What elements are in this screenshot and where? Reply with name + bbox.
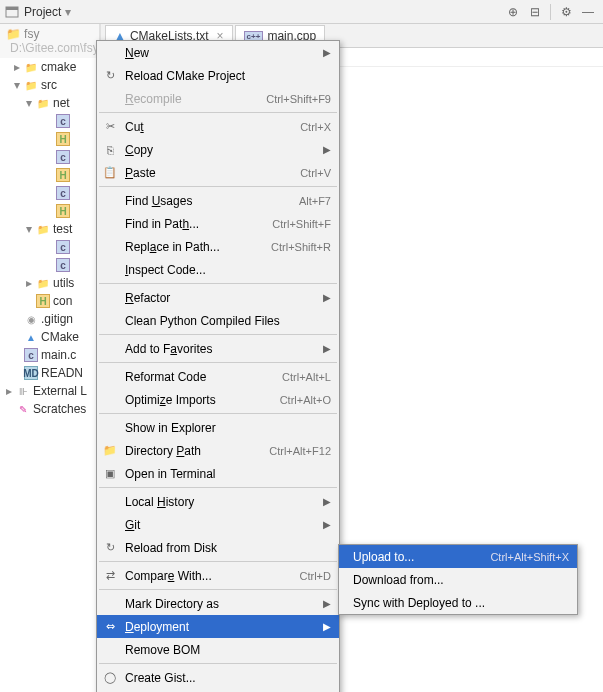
chevron-down-icon[interactable]: ▾ [24, 222, 34, 236]
folder-icon: 📁 [36, 222, 50, 236]
tree-file[interactable]: c [0, 238, 99, 256]
hide-icon[interactable]: — [577, 2, 599, 22]
deployment-submenu: Upload to...Ctrl+Alt+Shift+X Download fr… [338, 544, 578, 615]
menu-local-history[interactable]: Local History▶ [97, 490, 339, 513]
chevron-right-icon: ▶ [323, 621, 331, 632]
submenu-download[interactable]: Download from... [339, 568, 577, 591]
project-tree: 📁 fsy D:\Gitee.com\fsy ▸📁cmake ▾📁src ▾📁n… [0, 24, 100, 692]
chevron-right-icon: ▶ [323, 343, 331, 354]
tree-file[interactable]: H [0, 130, 99, 148]
tree-file[interactable]: c [0, 256, 99, 274]
chevron-down-icon[interactable]: ▾ [12, 78, 22, 92]
menu-optimize-imports[interactable]: Optimize ImportsCtrl+Alt+O [97, 388, 339, 411]
terminal-icon: ▣ [102, 467, 118, 480]
header-icon: H [56, 168, 70, 182]
chevron-down-icon[interactable]: ▾ [24, 96, 34, 110]
cpp-icon: c [56, 150, 70, 164]
menu-new[interactable]: New▶ [97, 41, 339, 64]
menu-refactor[interactable]: Refactor▶ [97, 286, 339, 309]
tree-file[interactable]: Hcon [0, 292, 99, 310]
cpp-icon: c [56, 186, 70, 200]
markdown-icon: MD [24, 366, 38, 380]
library-icon: ⊪ [16, 384, 30, 398]
deployment-icon: ⇔ [102, 620, 118, 633]
menu-find-in-path[interactable]: Find in Path...Ctrl+Shift+F [97, 212, 339, 235]
reload-icon: ↻ [102, 541, 118, 554]
menu-cut[interactable]: ✂CutCtrl+X [97, 115, 339, 138]
menu-compare[interactable]: ⇄Compare With...Ctrl+D [97, 564, 339, 587]
target-icon[interactable]: ⊕ [502, 2, 524, 22]
compare-icon: ⇄ [102, 569, 118, 582]
tree-file[interactable]: H [0, 166, 99, 184]
submenu-sync[interactable]: Sync with Deployed to ... [339, 591, 577, 614]
cpp-icon: c [56, 240, 70, 254]
tree-file[interactable]: c [0, 148, 99, 166]
tree-file[interactable]: c [0, 184, 99, 202]
chevron-right-icon: ▶ [323, 47, 331, 58]
folder-icon: 📁 [6, 27, 21, 41]
project-icon [4, 4, 20, 20]
header-icon: H [56, 132, 70, 146]
menu-remove-bom[interactable]: Remove BOM [97, 638, 339, 661]
cpp-icon: c [56, 114, 70, 128]
github-icon: ◯ [102, 671, 118, 684]
chevron-right-icon: ▶ [323, 519, 331, 530]
menu-copy[interactable]: ⎘Copy▶ [97, 138, 339, 161]
toolbar-title: Project [24, 5, 61, 19]
tree-folder[interactable]: ▾📁src [0, 76, 99, 94]
folder-icon: 📁 [36, 96, 50, 110]
menu-clean-python[interactable]: Clean Python Compiled Files [97, 309, 339, 332]
tree-external[interactable]: ▸⊪External L [0, 382, 99, 400]
tree-file[interactable]: cmain.c [0, 346, 99, 364]
scratch-icon: ✎ [16, 402, 30, 416]
cpp-icon: c [56, 258, 70, 272]
menu-directory-path[interactable]: 📁Directory PathCtrl+Alt+F12 [97, 439, 339, 462]
menu-inspect[interactable]: Inspect Code... [97, 258, 339, 281]
tree-file[interactable]: H [0, 202, 99, 220]
folder-icon: 📁 [36, 276, 50, 290]
paste-icon: 📋 [102, 166, 118, 179]
collapse-icon[interactable]: ⊟ [524, 2, 546, 22]
submenu-upload[interactable]: Upload to...Ctrl+Alt+Shift+X [339, 545, 577, 568]
folder-icon: 📁 [102, 444, 118, 457]
chevron-right-icon: ▶ [323, 598, 331, 609]
tree-scratches[interactable]: ✎Scratches [0, 400, 99, 418]
tree-file[interactable]: MDREADN [0, 364, 99, 382]
chevron-right-icon[interactable]: ▸ [4, 384, 14, 398]
copy-icon: ⎘ [102, 144, 118, 156]
tree-folder[interactable]: ▾📁test [0, 220, 99, 238]
tree-folder[interactable]: ▸📁utils [0, 274, 99, 292]
menu-favorites[interactable]: Add to Favorites▶ [97, 337, 339, 360]
menu-create-gist[interactable]: ◯Create Gist... [97, 666, 339, 689]
tree-file[interactable]: ◉.gitign [0, 310, 99, 328]
folder-icon: 📁 [24, 60, 38, 74]
tree-file[interactable]: ▲CMake [0, 328, 99, 346]
tree-folder[interactable]: ▾📁net [0, 94, 99, 112]
folder-icon: 📁 [24, 78, 38, 92]
chevron-right-icon[interactable]: ▸ [12, 60, 22, 74]
menu-replace-in-path[interactable]: Replace in Path...Ctrl+Shift+R [97, 235, 339, 258]
menu-open-terminal[interactable]: ▣Open in Terminal [97, 462, 339, 485]
cut-icon: ✂ [102, 120, 118, 133]
menu-deployment[interactable]: ⇔Deployment▶ [97, 615, 339, 638]
chevron-right-icon[interactable]: ▸ [24, 276, 34, 290]
dropdown-icon[interactable]: ▾ [65, 5, 71, 19]
context-menu: New▶ ↻Reload CMake Project RecompileCtrl… [96, 40, 340, 692]
menu-git[interactable]: Git▶ [97, 513, 339, 536]
menu-show-explorer[interactable]: Show in Explorer [97, 416, 339, 439]
tree-file[interactable]: c [0, 112, 99, 130]
project-toolbar: Project ▾ ⊕ ⊟ ⚙ — [0, 0, 603, 24]
tree-folder[interactable]: ▸📁cmake [0, 58, 99, 76]
svg-rect-1 [6, 7, 18, 10]
header-icon: H [56, 204, 70, 218]
menu-find-usages[interactable]: Find UsagesAlt+F7 [97, 189, 339, 212]
menu-reload-disk[interactable]: ↻Reload from Disk [97, 536, 339, 559]
project-path[interactable]: 📁 fsy D:\Gitee.com\fsy [0, 24, 99, 58]
gear-icon[interactable]: ⚙ [555, 2, 577, 22]
menu-paste[interactable]: 📋PasteCtrl+V [97, 161, 339, 184]
chevron-right-icon: ▶ [323, 496, 331, 507]
menu-reformat[interactable]: Reformat CodeCtrl+Alt+L [97, 365, 339, 388]
menu-mark-directory[interactable]: Mark Directory as▶ [97, 592, 339, 615]
reload-icon: ↻ [102, 69, 118, 82]
menu-reload-cmake[interactable]: ↻Reload CMake Project [97, 64, 339, 87]
